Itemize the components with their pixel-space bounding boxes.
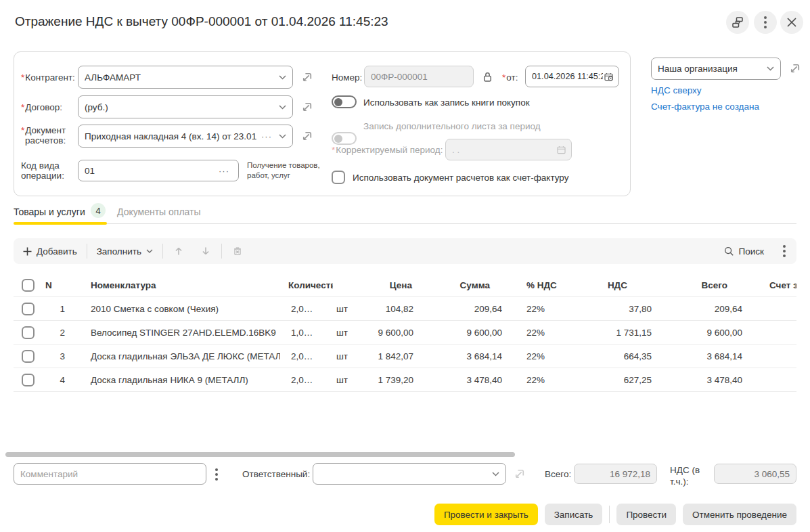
operation-code-hint: Получение товаров,работ, услуг — [247, 160, 328, 181]
col-n[interactable]: N — [42, 280, 70, 290]
table-row[interactable]: 1 2010 Сметка с совком (Чехия) 2,0… шт 1… — [14, 297, 796, 321]
cell-total: 9 600,00 — [653, 328, 769, 338]
col-quantity[interactable]: Количество — [280, 280, 333, 290]
row-checkbox[interactable] — [22, 374, 35, 386]
organization-select[interactable]: Наша организация — [651, 58, 781, 80]
document-window: Отражение НДС к вычету 00ФР-000001 от 01… — [0, 0, 810, 532]
tab-goods-badge: 4 — [91, 203, 106, 218]
cell-nomenclature: Доска гладильная НИКА 9 (МЕТАЛЛ) — [70, 375, 280, 385]
move-down-button — [200, 245, 212, 257]
operation-code-label: Код видаоперации: — [21, 160, 64, 181]
toolbar-divider — [87, 244, 87, 259]
undo-post-button[interactable]: Отменить проведение — [683, 504, 796, 525]
col-sum[interactable]: Сумма — [415, 280, 505, 290]
post-and-close-button[interactable]: Провести и закрыть — [434, 504, 538, 525]
search-button[interactable]: Поиск — [723, 246, 764, 257]
responsible-select[interactable] — [313, 463, 506, 485]
cell-quantity: 2,0… — [280, 351, 333, 361]
cell-n: 2 — [42, 328, 70, 338]
settlement-doc-open-icon[interactable] — [300, 129, 314, 143]
dogovor-input[interactable]: (руб.) — [78, 95, 293, 118]
use-doc-as-invoice-checkbox[interactable] — [332, 171, 345, 184]
related-documents-button[interactable] — [726, 11, 749, 34]
organization-open-icon[interactable] — [788, 62, 802, 76]
operation-code-value: 01 — [85, 166, 215, 176]
operation-code-input[interactable]: 01 ··· — [78, 160, 239, 181]
save-button[interactable]: Записать — [545, 504, 603, 525]
col-vat[interactable]: НДС — [562, 280, 653, 290]
cell-vat-percent: 22% — [505, 375, 562, 385]
vat-on-top-link[interactable]: НДС сверху — [651, 85, 702, 95]
kontragent-value: АЛЬФАМАРТ — [85, 72, 275, 83]
table-row[interactable]: 2 Велосипед STINGER 27AHD.ELEMD.16BK9 1,… — [14, 321, 796, 345]
col-price[interactable]: Цена — [367, 280, 415, 290]
table-toolbar: Добавить Заполнить Поиск — [14, 238, 796, 264]
date-input[interactable]: 01.04.2026 11:45:23 — [525, 66, 619, 87]
comment-more-button[interactable] — [214, 467, 219, 482]
row-checkbox[interactable] — [22, 350, 35, 363]
col-total[interactable]: Всего — [653, 280, 769, 290]
choose-ellipsis-button[interactable]: ··· — [219, 166, 229, 176]
kontragent-open-icon[interactable] — [300, 70, 314, 85]
horizontal-scrollbar[interactable] — [5, 452, 515, 457]
post-button[interactable]: Провести — [616, 504, 676, 525]
cell-nomenclature: 2010 Сметка с совком (Чехия) — [70, 304, 280, 314]
cell-price: 104,82 — [367, 304, 415, 314]
kebab-icon — [763, 15, 768, 30]
col-vat-percent[interactable]: % НДС — [505, 280, 562, 290]
col-nomenclature[interactable]: Номенклатура — [70, 280, 280, 290]
cell-sum: 9 600,00 — [415, 328, 505, 338]
dogovor-open-icon[interactable] — [300, 100, 314, 114]
chevron-down-icon[interactable] — [492, 472, 499, 476]
cell-vat: 664,35 — [562, 351, 653, 361]
more-menu-button[interactable] — [754, 11, 777, 34]
comment-input[interactable] — [14, 463, 206, 485]
plus-icon — [23, 247, 32, 256]
kontragent-input[interactable]: АЛЬФАМАРТ — [78, 66, 293, 89]
toolbar-more-button[interactable] — [782, 244, 787, 259]
total-value: 16 972,18 — [610, 469, 650, 479]
row-checkbox[interactable] — [22, 303, 35, 315]
cell-vat-percent: 22% — [505, 351, 562, 361]
table-row[interactable]: 4 Доска гладильная НИКА 9 (МЕТАЛЛ) 2,0… … — [14, 368, 796, 392]
fill-button[interactable]: Заполнить — [97, 246, 153, 257]
add-button[interactable]: Добавить — [23, 246, 77, 257]
chevron-down-icon[interactable] — [279, 75, 286, 80]
related-documents-icon — [731, 16, 744, 29]
row-checkbox[interactable] — [22, 326, 35, 339]
vat-total-field: 3 060,55 — [714, 464, 796, 484]
cell-unit: шт — [333, 375, 367, 385]
cell-n: 1 — [42, 304, 70, 314]
number-value: 00ФР-000001 — [371, 72, 467, 82]
choose-ellipsis-button[interactable]: ··· — [261, 131, 272, 141]
close-button[interactable] — [780, 11, 803, 34]
settlement-doc-input[interactable]: Приходная накладная 4 (вх. 14) от 23.01.… — [78, 125, 293, 148]
cell-vat-percent: 22% — [505, 304, 562, 314]
cell-unit: шт — [333, 351, 367, 361]
tab-payment-documents[interactable]: Документы оплаты — [117, 206, 201, 217]
purchase-book-toggle[interactable] — [332, 95, 357, 108]
search-icon — [723, 246, 734, 257]
cell-quantity: 1,0… — [280, 328, 333, 338]
adjusted-period-input: . . — [445, 139, 572, 160]
chevron-down-icon[interactable] — [279, 105, 286, 110]
select-all-checkbox[interactable] — [22, 279, 35, 292]
lock-icon[interactable] — [481, 70, 494, 83]
cell-quantity: 2,0… — [280, 375, 333, 385]
tab-goods-and-services[interactable]: Товары и услуги — [14, 206, 85, 217]
table-row[interactable]: 3 Доска гладильная ЭЛЬЗА ДЕ ЛЮКС (МЕТАЛЛ… — [14, 345, 796, 368]
tabs-divider — [14, 223, 796, 224]
cell-sum: 3 684,14 — [415, 351, 505, 361]
invoice-not-created-link[interactable]: Счет-фактура не создана — [651, 102, 759, 112]
kontragent-label: *Контрагент: — [21, 72, 75, 83]
vat-total-label: НДС (вт.ч.): — [670, 464, 700, 487]
close-icon — [786, 17, 797, 28]
page-title: Отражение НДС к вычету 00ФР-000001 от 01… — [15, 14, 388, 29]
col-account[interactable]: Счет за — [769, 280, 796, 290]
settlement-doc-label: *Документрасчетов: — [21, 125, 66, 146]
chevron-down-icon[interactable] — [279, 134, 286, 139]
calendar-clock-icon[interactable] — [603, 71, 614, 83]
comment-field[interactable] — [20, 469, 200, 479]
chevron-down-icon[interactable] — [767, 66, 774, 71]
arrow-up-icon — [173, 245, 185, 257]
